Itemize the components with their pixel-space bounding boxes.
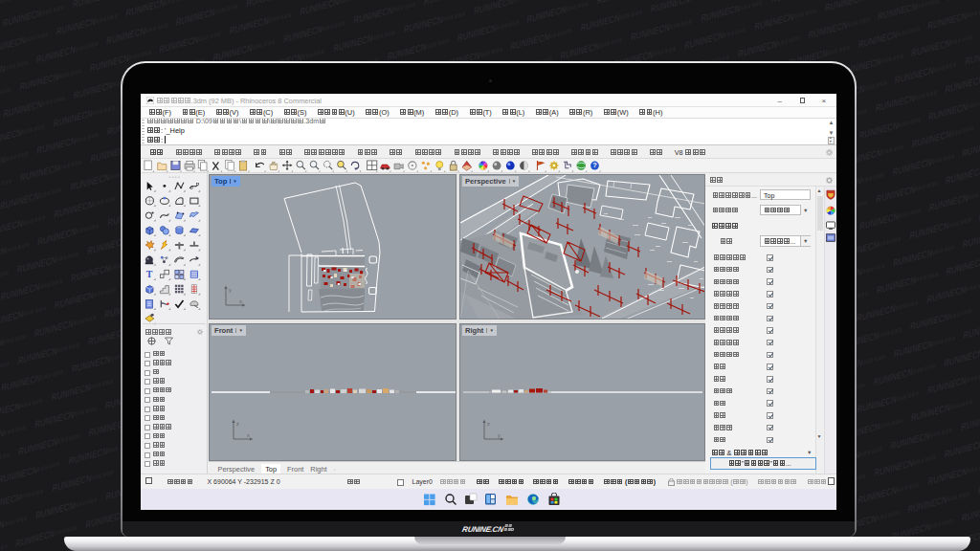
svg-text:?: ? xyxy=(592,161,597,169)
svg-text:x: x xyxy=(247,431,250,437)
svg-text:T: T xyxy=(145,269,152,279)
svg-text:z: z xyxy=(236,421,239,427)
svg-text:z: z xyxy=(487,421,490,427)
svg-text:y: y xyxy=(498,431,501,437)
svg-text:x: x xyxy=(239,298,242,303)
svg-text:y: y xyxy=(229,287,232,293)
